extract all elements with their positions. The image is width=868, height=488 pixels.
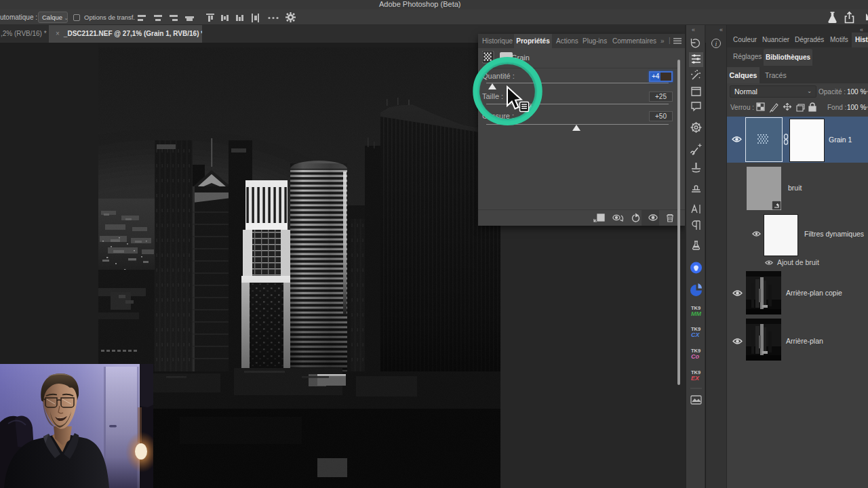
svg-text:CX: CX [691,331,700,338]
svg-text:Co: Co [691,353,699,360]
svg-text:EX: EX [691,375,700,382]
svg-text:MM: MM [691,310,701,317]
